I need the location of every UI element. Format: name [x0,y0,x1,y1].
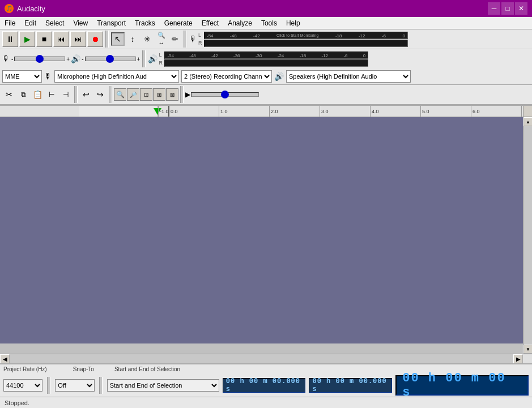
ruler-track-label-area [79,106,158,117]
draw-tool-button[interactable]: ✏ [169,32,181,46]
hscroll-track[interactable] [10,354,513,363]
zoom-toggle-button[interactable]: ⊠ [166,88,178,101]
menu-tracks[interactable]: Tracks [130,17,160,29]
app-icon: 🎵 [5,4,14,13]
bottom-controls-row: 44100 22050 48000 Off Nearest Start and … [0,374,532,397]
vscroll-down-btn[interactable]: ▼ [524,345,532,354]
play-button[interactable]: ▶ [19,31,35,47]
ruler-tick-4: 4.0 [370,106,379,117]
skip-end-button[interactable]: ⏭ [70,31,86,47]
ruler-tick-0: 0.0 [168,106,178,117]
copy-button[interactable]: ⧉ [16,88,30,101]
play-meter-r[interactable] [164,59,368,67]
rec-meter-r[interactable] [204,40,408,47]
trim-button[interactable]: ⊢ [45,88,58,101]
skip-start-button[interactable]: ⏮ [53,31,69,47]
close-button[interactable]: ✕ [515,2,527,15]
rec-meter-r-label: R [198,40,203,46]
spk-volume-thumb[interactable] [106,55,114,63]
hscroll-left-btn[interactable]: ◀ [0,354,10,364]
tracks-area[interactable] [0,117,523,343]
zoom-selection-button[interactable]: ⊡ [140,88,152,101]
channels-dropdown[interactable]: 2 (Stereo) Recording Chann [181,70,272,83]
play-meter-r-label: R [159,60,163,66]
device-row: MME 🎙 Microphone (High Definition Aud 2 … [0,68,532,85]
playback-position-slider[interactable] [191,92,259,97]
menu-view[interactable]: View [69,17,92,29]
time-display-2[interactable]: 00 h 00 m 00.000 s [309,378,392,393]
ruler-tick-neg1: -1.0 [158,106,169,117]
menu-generate[interactable]: Generate [160,17,197,29]
bottom-divider2 [99,377,103,394]
titlebar: 🎵 Audacity ─ □ ✕ [0,0,532,17]
statusbar: Stopped. [0,397,532,408]
menu-edit[interactable]: Edit [20,17,41,29]
mic-volume-slider[interactable] [14,57,65,61]
playback-pos-thumb[interactable] [221,91,229,98]
cut-button[interactable]: ✂ [2,88,16,101]
envelope-tool-button[interactable]: ↕ [126,32,139,46]
vertical-scrollbar[interactable]: ▲ ▼ [523,117,532,354]
silence-button[interactable]: ⊣ [59,88,73,101]
speaker-vol-icon: 🔊 [71,54,80,63]
digital-clock-display: 00 h 00 m 00 s [395,375,529,396]
menu-tools[interactable]: Tools [257,17,282,29]
zoom-tool-button[interactable]: 🔍 [155,32,168,39]
hscroll-right-btn[interactable]: ▶ [513,354,523,364]
stop-button[interactable]: ■ [36,31,52,47]
mic-volume-thumb[interactable] [36,55,44,63]
mic-vol-min: - [11,56,13,62]
playback-slider-icon: ▶ [185,91,190,98]
pause-button[interactable]: ⏸ [2,31,18,47]
spk-vol-max: + [137,56,141,62]
bottom-toolbar: Project Rate (Hz) Snap-To Start and End … [0,363,532,397]
maximize-button[interactable]: □ [501,2,514,15]
ruler-tick-5: 5.0 [420,106,429,117]
spk-volume-slider[interactable] [85,57,136,61]
window-controls: ─ □ ✕ [488,2,527,15]
rec-meter-l[interactable]: -54-48-42Click to Start Monitoring-18-12… [204,32,408,39]
time-display-1[interactable]: 00 h 00 m 00.000 s [223,378,306,393]
toolbar-row2: 🎙 - + 🔊 - + 🔊 L [0,49,532,68]
menu-analyze[interactable]: Analyze [223,17,257,29]
record-button[interactable]: ⏺ [87,31,103,47]
paste-button[interactable]: 📋 [31,88,44,101]
zoom-fit-button[interactable]: ⊞ [153,88,165,101]
menu-effect[interactable]: Effect [197,17,223,29]
selection-mode-select[interactable]: Start and End of Selection Start and Len… [107,379,219,392]
bottom-divider1 [47,377,50,394]
timeshift-tool-button[interactable]: ↔ [155,40,168,47]
select-tool-button[interactable]: ↖ [111,32,125,46]
play-meter-l-values: -54-48-42-36-30-24-18-12-60 [165,53,368,58]
menu-select[interactable]: Select [41,17,69,29]
mic-vol-max: + [66,56,70,62]
ruler-tick-6: 6.0 [471,106,480,117]
host-dropdown[interactable]: MME [2,70,42,83]
vscroll-up-btn[interactable]: ▲ [524,117,532,126]
toolbar-divider5 [109,86,112,103]
menu-file[interactable]: File [0,17,20,29]
horizontal-scrollbar[interactable]: ◀ ▶ [0,354,532,363]
play-meter-l[interactable]: -54-48-42-36-30-24-18-12-60 [164,51,368,59]
microphone-dropdown[interactable]: Microphone (High Definition Aud [54,70,179,83]
ruler: -1.0 0.0 1.0 2.0 3.0 4.0 5.0 6.0 7.0 8.0… [0,106,532,117]
minimize-button[interactable]: ─ [488,2,500,15]
main-layout: ⏸ ▶ ■ ⏮ ⏭ ⏺ ↖ ↕ ✳ 🔍 ↔ ✏ 🎙 L [0,29,532,408]
menu-help[interactable]: Help [282,17,305,29]
mic-icon-small: 🎙 [189,35,197,44]
redo-button[interactable]: ↪ [93,88,107,101]
toolbar-divider2 [184,31,187,48]
zoom-in-button[interactable]: 🔍 [114,88,126,101]
multitool-button[interactable]: ✳ [141,32,154,46]
snap-to-select[interactable]: Off Nearest [55,379,94,392]
spk-icon-small: 🔊 [148,54,158,63]
toolbar-divider1 [105,31,109,48]
ruler-tick-2: 2.0 [269,106,278,117]
project-rate-select[interactable]: 44100 22050 48000 [3,379,42,392]
vscroll-track[interactable] [524,126,532,345]
undo-button[interactable]: ↩ [79,88,93,101]
speakers-dropdown[interactable]: Speakers (High Definition Audio [286,70,411,83]
zoom-out-button[interactable]: 🔎 [127,88,139,101]
snap-to-label: Snap-To [73,366,94,372]
menu-transport[interactable]: Transport [92,17,130,29]
